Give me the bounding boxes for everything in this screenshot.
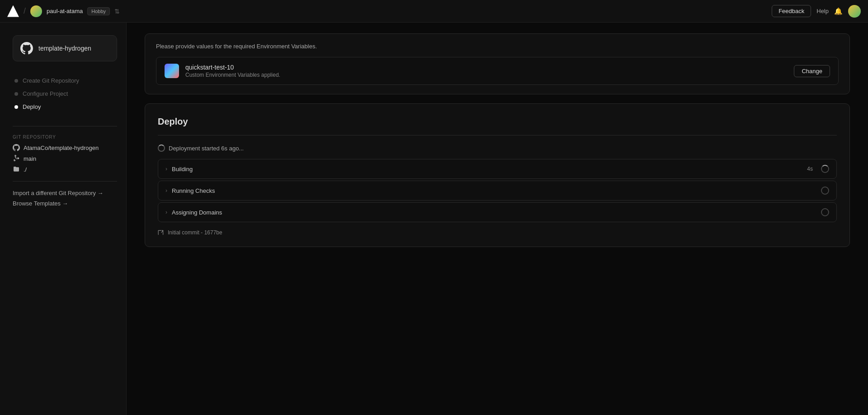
topbar-chevron-icon[interactable]: ⇅ <box>114 8 120 15</box>
folder-icon <box>13 166 20 173</box>
sidebar-project-card: template-hydrogen <box>13 35 117 61</box>
service-logo-icon <box>165 64 179 78</box>
deploy-step-building[interactable]: › Building 4s <box>158 159 837 179</box>
sidebar-step-deploy: Deploy <box>14 100 117 113</box>
github-icon <box>20 42 33 55</box>
deploy-commit-text: Initial commit - 1677be <box>168 229 222 236</box>
topbar-plan-badge: Hobby <box>87 7 110 15</box>
deploy-step-label-assigning-domains: Assigning Domains <box>172 209 816 216</box>
deploy-step-assigning-domains[interactable]: › Assigning Domains <box>158 202 837 222</box>
deploy-step-label-running-checks: Running Checks <box>172 187 816 194</box>
service-info: quickstart-test-10 Custom Environment Va… <box>185 64 280 78</box>
github-repo-icon <box>13 144 20 151</box>
step-dot-deploy <box>14 105 18 109</box>
building-spinner-icon <box>821 165 829 173</box>
env-variables-card: Please provide values for the required E… <box>145 33 850 94</box>
sidebar-git-path-item: ./ <box>13 166 117 173</box>
sidebar-git-path: ./ <box>24 166 27 173</box>
deploy-steps-list: › Building 4s › Running Checks › Assigni… <box>158 159 837 222</box>
step-dot-create-git <box>14 79 18 83</box>
step-dot-configure-project <box>14 92 18 96</box>
sidebar-git-repo-item: AtamaCo/template-hydrogen <box>13 144 117 151</box>
deploy-step-time-building: 4s <box>807 166 813 172</box>
sidebar-git-branch-name: main <box>24 155 36 162</box>
notifications-bell-icon[interactable]: 🔔 <box>834 7 843 15</box>
topbar-username: paul-at-atama <box>47 8 83 14</box>
step-label-create-git: Create Git Repository <box>23 77 79 84</box>
deploy-spinner-icon <box>158 145 165 152</box>
vercel-logo-icon <box>7 5 19 17</box>
topbar-right-actions: Feedback Help 🔔 <box>772 5 861 18</box>
deploy-status-text: Deployment started 6s ago... <box>169 145 244 152</box>
service-name: quickstart-test-10 <box>185 64 280 71</box>
deploy-status-row: Deployment started 6s ago... <box>158 145 837 152</box>
main-layout: template-hydrogen Create Git Repository … <box>0 23 868 415</box>
sidebar-git-branch-item: main <box>13 155 117 162</box>
topbar-divider: / <box>24 6 26 16</box>
git-section-label: GIT REPOSITORY <box>13 135 117 140</box>
sidebar-git-repo-name: AtamaCo/template-hydrogen <box>24 145 99 151</box>
sidebar-divider-2 <box>13 181 117 182</box>
user-avatar[interactable] <box>848 5 861 18</box>
step-label-deploy: Deploy <box>23 103 41 110</box>
sidebar-step-create-git: Create Git Repository <box>14 74 117 87</box>
sidebar-steps: Create Git Repository Configure Project … <box>13 74 117 113</box>
env-card-description: Please provide values for the required E… <box>156 43 839 50</box>
chevron-right-icon: › <box>165 166 167 172</box>
branch-icon <box>13 155 20 162</box>
content-area: Please provide values for the required E… <box>127 23 868 415</box>
topbar-team-avatar <box>30 5 42 17</box>
service-subtitle: Custom Environment Variables applied. <box>185 72 280 78</box>
chevron-right-icon-checks: › <box>165 187 167 194</box>
env-service-row: quickstart-test-10 Custom Environment Va… <box>156 57 839 85</box>
sidebar-divider-1 <box>13 126 117 126</box>
deploy-commit-row: Initial commit - 1677be <box>158 229 837 236</box>
assigning-domains-idle-icon <box>821 208 829 216</box>
deploy-step-label-building: Building <box>172 166 802 173</box>
browse-templates-link[interactable]: Browse Templates → <box>13 200 117 207</box>
import-git-repo-link[interactable]: Import a different Git Repository → <box>13 190 117 196</box>
deploy-card-title: Deploy <box>158 117 837 135</box>
sidebar: template-hydrogen Create Git Repository … <box>0 23 127 415</box>
sidebar-project-name: template-hydrogen <box>38 45 91 52</box>
chevron-right-icon-domains: › <box>165 209 167 215</box>
change-env-button[interactable]: Change <box>794 65 830 77</box>
deploy-card: Deploy Deployment started 6s ago... › Bu… <box>145 103 850 247</box>
deploy-step-running-checks[interactable]: › Running Checks <box>158 181 837 201</box>
running-checks-idle-icon <box>821 187 829 195</box>
topbar: / paul-at-atama Hobby ⇅ Feedback Help 🔔 <box>0 0 868 23</box>
sidebar-step-configure-project: Configure Project <box>14 87 117 100</box>
step-label-configure-project: Configure Project <box>23 90 68 97</box>
help-link[interactable]: Help <box>816 8 829 14</box>
feedback-button[interactable]: Feedback <box>772 5 811 17</box>
external-link-icon <box>158 229 164 236</box>
